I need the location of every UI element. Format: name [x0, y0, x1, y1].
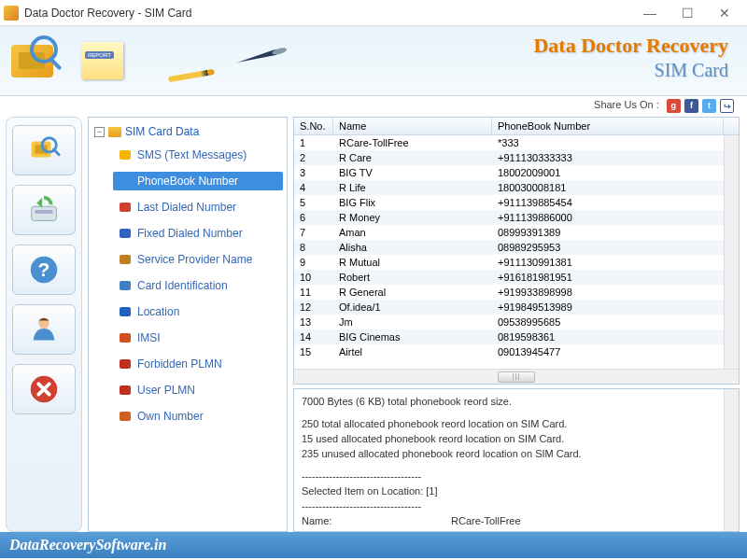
detail-unused: 235 unused allocated phonebook reord loc…: [302, 447, 731, 462]
tree-item-label: SMS (Text Messages): [137, 148, 247, 161]
col-sno[interactable]: S.No.: [294, 118, 333, 134]
envelope-icon: [119, 148, 132, 161]
tree-item-label: Service Provider Name: [137, 253, 252, 266]
tree-item-label: Fixed Dialed Number: [137, 227, 243, 240]
scan-sim-button[interactable]: [12, 125, 76, 175]
help-button[interactable]: ?: [12, 245, 76, 295]
footer-url[interactable]: DataRecoverySoftware.in: [9, 537, 166, 553]
titlebar: Data Doctor Recovery - SIM Card — ☐ ✕: [0, 0, 747, 26]
col-name[interactable]: Name: [333, 118, 492, 134]
phonebook-table: S.No. Name PhoneBook Number 1RCare-TollF…: [293, 117, 740, 385]
exit-button[interactable]: [12, 364, 76, 414]
minimize-button[interactable]: —: [631, 2, 669, 24]
table-row[interactable]: 9R Mutual+911130991381: [294, 255, 739, 270]
person-icon: [119, 410, 132, 423]
maximize-button[interactable]: ☐: [669, 2, 706, 24]
col-phone[interactable]: PhoneBook Number: [492, 118, 724, 134]
col-scroll-spacer: [724, 118, 739, 134]
phone-red-icon: [119, 201, 132, 214]
facebook-icon[interactable]: f: [684, 99, 698, 113]
magnifier-icon: [30, 35, 58, 63]
about-button[interactable]: [12, 304, 76, 355]
tree-item-label: Last Dialed Number: [137, 201, 236, 214]
table-row[interactable]: 14BIG Cinemas0819598361: [294, 329, 739, 344]
signal-icon: [119, 331, 132, 344]
tree-item-globe[interactable]: Location: [113, 302, 283, 321]
twitter-icon[interactable]: t: [702, 99, 716, 113]
table-row[interactable]: 15Airtel09013945477: [294, 344, 739, 359]
tree-item-tower-red[interactable]: Forbidden PLMN: [113, 355, 283, 373]
tree-root-label: SIM Card Data: [125, 125, 199, 138]
table-row[interactable]: 2R Care+911130333333: [294, 150, 739, 165]
book-icon: [119, 175, 132, 188]
report-icon: [81, 42, 123, 79]
window-title: Data Doctor Recovery - SIM Card: [24, 7, 631, 20]
svg-rect-6: [35, 210, 53, 214]
banner-title-1: Data Doctor Recovery: [533, 34, 728, 58]
table-row[interactable]: 3BIG TV18002009001: [294, 165, 739, 180]
tree-item-phone-red[interactable]: Last Dialed Number: [113, 198, 283, 217]
detail-phone-row: PhoneBook Number:*333: [302, 529, 731, 533]
detail-total: 250 total allocated phonebook reord loca…: [302, 417, 731, 432]
share-bar: Share Us On : g f t ↪: [0, 96, 747, 117]
table-body[interactable]: 1RCare-TollFree*3332R Care+9111303333333…: [294, 135, 739, 369]
detail-sep2: -----------------------------------: [302, 499, 731, 514]
detail-vscrollbar[interactable]: [724, 389, 739, 531]
svg-line-4: [53, 149, 59, 155]
table-row[interactable]: 5BIG Flix+911139885454: [294, 195, 739, 210]
detail-panel: 7000 Bytes (6 KB) total phonebook reord …: [293, 388, 740, 532]
app-icon: [4, 6, 19, 21]
tree-item-signal[interactable]: IMSI: [113, 329, 283, 347]
detail-sep1: -----------------------------------: [302, 469, 731, 484]
table-row[interactable]: 12Of.idea/1+919849513989: [294, 300, 739, 315]
sim-folder-icon: [108, 127, 121, 137]
tree-panel: − SIM Card Data SMS (Text Messages)Phone…: [88, 117, 288, 532]
phone-blue-icon: [119, 227, 132, 240]
svg-rect-12: [120, 176, 131, 186]
tree-item-label: Forbidden PLMN: [137, 357, 222, 371]
tree-item-tower-red2[interactable]: User PLMN: [113, 381, 283, 399]
sidebar: ?: [6, 117, 82, 532]
tree-item-antenna[interactable]: Service Provider Name: [113, 250, 283, 269]
table-hscrollbar[interactable]: [294, 369, 739, 384]
globe-icon: [119, 305, 132, 318]
id-card-icon: [119, 279, 132, 292]
pencil-icon: [168, 69, 215, 83]
detail-size: 7000 Bytes (6 KB) total phonebook reord …: [302, 395, 731, 410]
close-button[interactable]: ✕: [706, 2, 743, 24]
table-row[interactable]: 4R Life180030008181: [294, 180, 739, 195]
tree-collapse-icon[interactable]: −: [94, 127, 105, 137]
svg-text:?: ?: [38, 259, 50, 280]
tree-item-id-card[interactable]: Card Identification: [113, 276, 283, 295]
tree-item-envelope[interactable]: SMS (Text Messages): [113, 146, 283, 164]
svg-rect-13: [120, 203, 131, 212]
footer: DataRecoverySoftware.in: [0, 532, 747, 558]
banner: Data Doctor Recovery SIM Card: [0, 26, 747, 96]
table-row[interactable]: 11R General+919933898998: [294, 285, 739, 300]
pen-icon: [233, 42, 290, 69]
tree-root[interactable]: − SIM Card Data: [92, 123, 283, 140]
svg-rect-16: [120, 281, 131, 290]
table-row[interactable]: 1RCare-TollFree*333: [294, 135, 739, 150]
tree-item-book[interactable]: PhoneBook Number: [113, 172, 283, 190]
table-vscrollbar[interactable]: [724, 135, 739, 369]
googleplus-icon[interactable]: g: [667, 99, 681, 113]
svg-rect-17: [120, 307, 131, 316]
tree-item-person[interactable]: Own Number: [113, 407, 283, 426]
table-row[interactable]: 13Jm09538995685: [294, 315, 739, 329]
share-label: Share Us On :: [594, 99, 659, 110]
detail-selected: Selected Item on Location: [1]: [302, 484, 731, 499]
tree-item-label: Card Identification: [137, 279, 228, 292]
table-row[interactable]: 6R Money+911139886000: [294, 210, 739, 225]
tree-item-label: Own Number: [137, 410, 204, 423]
table-row[interactable]: 8Alisha08989295953: [294, 240, 739, 255]
share-more-icon[interactable]: ↪: [720, 99, 734, 113]
tree-item-phone-blue[interactable]: Fixed Dialed Number: [113, 224, 283, 243]
detail-name-row: Name:RCare-TollFree: [302, 514, 731, 529]
save-button[interactable]: [12, 185, 76, 235]
svg-rect-20: [120, 385, 131, 395]
svg-rect-19: [120, 359, 131, 369]
tree-item-label: User PLMN: [137, 384, 195, 397]
table-row[interactable]: 10Robert+916181981951: [294, 270, 739, 285]
table-row[interactable]: 7Aman08999391389: [294, 225, 739, 240]
